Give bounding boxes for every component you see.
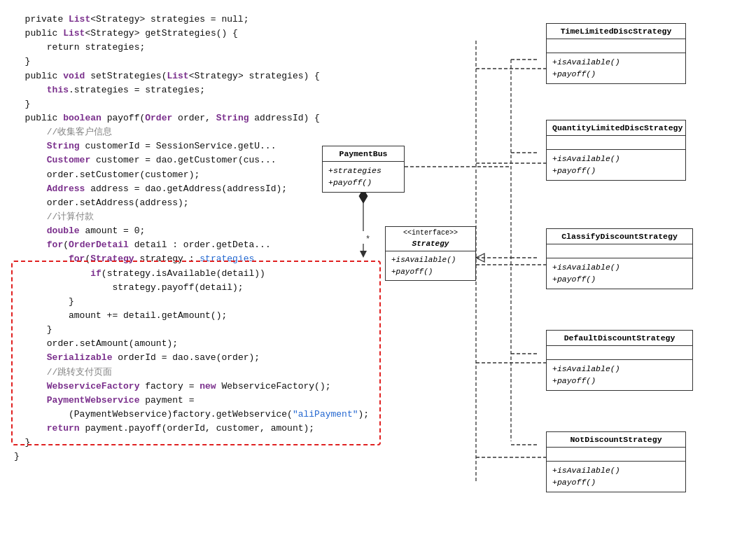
code-line-3: return strategies; xyxy=(14,41,406,55)
code-line-24: } xyxy=(14,323,406,337)
code-line-28: //跳转支付页面 xyxy=(14,366,406,380)
method-item: +isAvailable() xyxy=(552,261,687,273)
method-item: +isAvailable() xyxy=(552,363,687,375)
box-attributes-default-discount xyxy=(547,346,692,360)
box-methods-not-discount: +isAvailable()+payoff() xyxy=(547,462,685,492)
code-line-25: order.setAmount(amount); xyxy=(14,337,406,351)
code-lines: private List<Strategy> strategies = null… xyxy=(14,13,406,464)
box-attributes-not-discount xyxy=(547,448,685,462)
code-line-21: strategy.payoff(detail); xyxy=(14,281,406,295)
box-title-time-limited: TimeLimitedDiscStrategy xyxy=(547,24,685,39)
box-title-not-discount: NotDiscountStrategy xyxy=(547,432,685,448)
method-item: +isAvailable() xyxy=(552,153,680,165)
code-line-33: } xyxy=(14,436,406,450)
code-line-19: for(Strategy strategy : strategies xyxy=(14,252,406,266)
strategy-stereotype: <<interface>> xyxy=(386,227,475,237)
paymentbus-fields: +strategies +payoff() xyxy=(323,162,404,192)
paymentbus-box: PaymentBus +strategies +payoff() xyxy=(322,146,405,193)
box-attributes-classify xyxy=(547,244,692,258)
code-line-7: } xyxy=(14,97,406,111)
box-methods-default-discount: +isAvailable()+payoff() xyxy=(547,360,692,390)
strategy-title: Strategy xyxy=(386,237,475,251)
code-line-29: WebserviceFactory factory = new Webservi… xyxy=(14,380,406,394)
box-methods-time-limited: +isAvailable()+payoff() xyxy=(547,53,685,83)
box-attributes-quantity-limited xyxy=(547,136,685,150)
code-line-14: order.setAddress(address); xyxy=(14,196,406,210)
code-line-5: public void setStrategies(List<Strategy>… xyxy=(14,69,406,83)
method-item: +isAvailable() xyxy=(552,56,680,68)
code-line-8: public boolean payoff(Order order, Strin… xyxy=(14,111,406,125)
box-title-classify: ClassifyDiscountStrategy xyxy=(547,229,692,244)
uml-box-quantity-limited: QuantityLimitedDiscStrategy+isAvailable(… xyxy=(546,120,686,181)
method-item: +payoff() xyxy=(552,375,687,387)
box-methods-classify: +isAvailable()+payoff() xyxy=(547,258,692,289)
method-item: +payoff() xyxy=(552,68,680,80)
main-container: private List<Strategy> strategies = null… xyxy=(0,0,756,554)
uml-panel: PaymentBus +strategies +payoff() <<inter… xyxy=(406,13,742,541)
code-line-26: Serializable orderId = dao.save(order); xyxy=(14,351,406,365)
method-item: +payoff() xyxy=(552,273,687,285)
box-methods-quantity-limited: +isAvailable()+payoff() xyxy=(547,150,685,180)
code-panel: private List<Strategy> strategies = null… xyxy=(14,13,406,541)
code-line-30: PaymentWebservice payment = xyxy=(14,394,406,408)
strategy-box: <<interface>> Strategy +isAvailable() +p… xyxy=(385,226,476,281)
box-attributes-time-limited xyxy=(547,39,685,53)
code-line-2: public List<Strategy> getStrategies() { xyxy=(14,27,406,41)
code-line-17: double amount = 0; xyxy=(14,224,406,238)
code-line-32: return payment.payoff(orderId, customer,… xyxy=(14,422,406,436)
paymentbus-title: PaymentBus xyxy=(323,146,404,162)
code-line-9: //收集客户信息 xyxy=(14,125,406,139)
code-line-20: if(strategy.isAvailable(detail)) xyxy=(14,267,406,281)
uml-box-default-discount: DefaultDiscountStrategy+isAvailable()+pa… xyxy=(546,330,693,391)
uml-box-classify: ClassifyDiscountStrategy+isAvailable()+p… xyxy=(546,228,693,289)
code-line-31: (PaymentWebservice)factory.getWebservice… xyxy=(14,408,406,422)
code-line-1: private List<Strategy> strategies = null… xyxy=(14,13,406,27)
method-item: +isAvailable() xyxy=(552,464,680,476)
code-line-23: amount += detail.getAmount(); xyxy=(14,309,406,323)
method-item: +payoff() xyxy=(552,165,680,176)
uml-box-time-limited: TimeLimitedDiscStrategy+isAvailable()+pa… xyxy=(546,23,686,84)
code-line-18: for(OrderDetail detail : order.getDeta..… xyxy=(14,238,406,252)
box-title-quantity-limited: QuantityLimitedDiscStrategy xyxy=(547,120,685,136)
code-line-16: //计算付款 xyxy=(14,210,406,224)
code-line-22: } xyxy=(14,295,406,309)
strategy-methods: +isAvailable() +payoff() xyxy=(386,251,475,280)
code-line-4: } xyxy=(14,55,406,69)
uml-box-not-discount: NotDiscountStrategy+isAvailable()+payoff… xyxy=(546,431,686,492)
code-line-6: this.strategies = strategies; xyxy=(14,83,406,97)
code-line-34: } xyxy=(14,450,406,464)
method-item: +payoff() xyxy=(552,476,680,488)
box-title-default-discount: DefaultDiscountStrategy xyxy=(547,331,692,346)
